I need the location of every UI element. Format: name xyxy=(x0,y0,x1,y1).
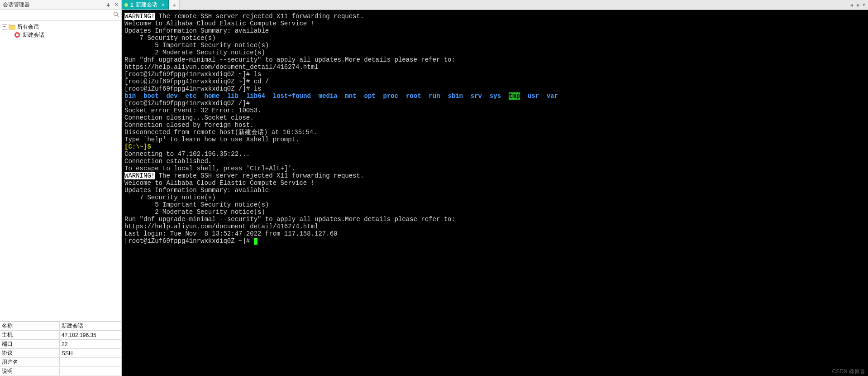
prop-key: 主机 xyxy=(0,331,60,339)
tab-prev-icon[interactable]: ◄ xyxy=(849,2,854,8)
tree-root-label: 所有会话 xyxy=(17,23,39,31)
session-icon xyxy=(14,31,21,39)
tab-menu-icon[interactable]: ▾ xyxy=(863,2,865,8)
tab-add-button[interactable]: + xyxy=(169,0,180,10)
pin-icon[interactable] xyxy=(105,2,111,8)
sidebar-header: 会话管理器 ✕ xyxy=(0,0,121,10)
prop-val: 47.102.196.35 xyxy=(60,332,121,338)
sidebar-title: 会话管理器 xyxy=(2,1,105,9)
prop-val: 22 xyxy=(60,341,121,347)
close-panel-icon[interactable]: ✕ xyxy=(113,2,119,8)
tab-bar: 1 新建会话 × + ◄ ► ▾ xyxy=(122,0,868,10)
tab-status-icon xyxy=(124,3,128,7)
svg-point-3 xyxy=(16,34,19,36)
prop-row-user: 用户名 xyxy=(0,358,121,367)
tree-session-label: 新建会话 xyxy=(23,31,44,39)
search-row xyxy=(0,10,121,21)
folder-icon xyxy=(9,24,15,30)
prop-val: SSH xyxy=(60,350,121,357)
prop-row-name: 名称 新建会话 xyxy=(0,322,121,331)
properties-table: 名称 新建会话 主机 47.102.196.35 端口 22 协议 SSH 用户… xyxy=(0,321,121,376)
tab-active[interactable]: 1 新建会话 × xyxy=(122,0,169,10)
main-area: 会话管理器 ✕ − 所有会话 xyxy=(0,0,868,376)
tab-close-icon[interactable]: × xyxy=(162,1,165,8)
prop-row-host: 主机 47.102.196.35 xyxy=(0,331,121,340)
session-tree[interactable]: − 所有会话 新建会话 xyxy=(0,21,121,321)
tabbar-spacer xyxy=(180,0,846,10)
prop-key: 用户名 xyxy=(0,358,60,366)
prop-row-protocol: 协议 SSH xyxy=(0,349,121,358)
prop-row-desc: 说明 xyxy=(0,367,121,376)
prop-row-port: 端口 22 xyxy=(0,340,121,349)
session-manager-panel: 会话管理器 ✕ − 所有会话 xyxy=(0,0,122,376)
tree-session-item[interactable]: 新建会话 xyxy=(1,31,120,39)
sidebar-header-icons: ✕ xyxy=(105,2,119,8)
tree-root-item[interactable]: − 所有会话 xyxy=(1,23,120,31)
search-input[interactable] xyxy=(0,10,121,20)
tab-index: 1 xyxy=(130,2,134,8)
prop-val: 新建会话 xyxy=(60,322,121,330)
prop-key: 协议 xyxy=(0,349,60,357)
watermark: CSDN @原首 xyxy=(832,368,865,375)
prop-key: 名称 xyxy=(0,322,60,330)
tab-label: 新建会话 xyxy=(136,1,157,9)
collapse-toggle-icon[interactable]: − xyxy=(2,24,7,29)
tabbar-nav: ◄ ► ▾ xyxy=(846,0,868,10)
prop-key: 端口 xyxy=(0,340,60,348)
tab-next-icon[interactable]: ► xyxy=(856,2,861,8)
prop-key: 说明 xyxy=(0,367,60,375)
terminal-output[interactable]: WARNING! The remote SSH server rejected … xyxy=(122,10,868,376)
content-area: 1 新建会话 × + ◄ ► ▾ WARNING! The remote SSH… xyxy=(122,0,868,376)
